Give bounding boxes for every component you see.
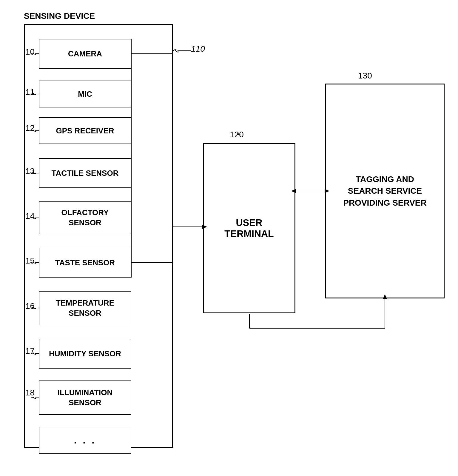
ref-130: 130 [358, 71, 372, 81]
ref-17: 17 [25, 346, 35, 356]
mic-box: MIC [39, 81, 131, 107]
sensing-device-label: SENSING DEVICE [24, 11, 95, 21]
ref-110-label: 110 [191, 44, 205, 54]
ref-16: 16 [25, 301, 35, 311]
tagging-server-box: TAGGING ANDSEARCH SERVICEPROVIDING SERVE… [325, 84, 445, 298]
olfactory-box: OLFACTORYSENSOR [39, 201, 131, 234]
taste-box: TASTE SENSOR [39, 248, 131, 278]
ref-13: 13 [25, 167, 35, 176]
humidity-box: HUMIDITY SENSOR [39, 339, 131, 369]
ref-120: 120 [230, 130, 244, 139]
gps-box: GPS RECEIVER [39, 117, 131, 144]
ref-14: 14 [25, 211, 35, 221]
ellipsis-box: . . . [39, 427, 131, 454]
ref-18: 18 [25, 388, 35, 398]
user-terminal-box: USERTERMINAL [203, 143, 295, 313]
illumination-box: ILLUMINATIONSENSOR [39, 381, 131, 415]
tactile-box: TACTILE SENSOR [39, 158, 131, 188]
temperature-box: TEMPERATURESENSOR [39, 291, 131, 325]
ref-12: 12 [25, 123, 35, 133]
ref-15: 15 [25, 256, 35, 266]
camera-box: CAMERA [39, 39, 131, 69]
ref-11: 11 [25, 87, 35, 97]
diagram-container: SENSING DEVICE 10 CAMERA 11 MIC 12 GPS R… [0, 0, 458, 476]
ref-10: 10 [25, 47, 35, 57]
